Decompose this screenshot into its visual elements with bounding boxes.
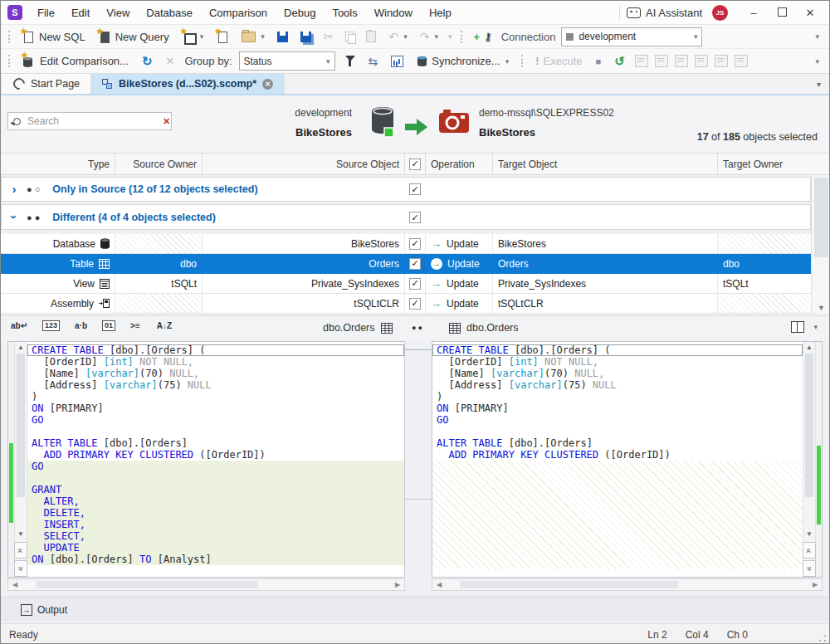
open-file-button[interactable]: ▾	[238, 30, 268, 44]
generate-script-icon[interactable]	[655, 55, 668, 67]
column-header-target-owner[interactable]: Target Owner	[718, 154, 811, 174]
toolbar-overflow-button[interactable]: ▾	[815, 57, 819, 66]
menu-window[interactable]: Window	[366, 7, 421, 19]
chevron-down-icon[interactable]: ▾	[448, 32, 452, 41]
horizontal-scrollbar[interactable]: ◀ ▶	[432, 578, 823, 591]
scrollbar-thumb[interactable]	[805, 354, 813, 497]
close-button[interactable]: ✕	[796, 7, 824, 19]
change-map[interactable]	[816, 342, 822, 577]
chevron-down-icon[interactable]: ▾	[200, 32, 204, 41]
line-numbers-icon[interactable]: 123	[42, 320, 60, 331]
scroll-right-icon[interactable]: ▶	[391, 581, 404, 588]
resize-grip[interactable]	[818, 634, 827, 642]
next-difference-button[interactable]: «	[803, 560, 816, 577]
maximize-button[interactable]	[768, 7, 796, 19]
search-box[interactable]: ✕	[7, 112, 172, 130]
column-header-type[interactable]: Type	[1, 154, 115, 174]
menu-comparison[interactable]: Comparison	[201, 7, 276, 19]
toolbar-grip[interactable]	[8, 31, 10, 43]
column-header-target-object[interactable]: Target Object	[493, 154, 718, 174]
scroll-up-icon[interactable]: ▲	[806, 342, 813, 354]
word-wrap-icon[interactable]: ab↵	[9, 321, 29, 330]
change-map[interactable]	[8, 342, 14, 577]
column-header-operation[interactable]: Operation	[426, 154, 493, 174]
filter-button[interactable]	[342, 54, 359, 68]
scroll-down-icon[interactable]: ▼	[812, 304, 830, 312]
group-checkbox[interactable]: ✓	[409, 183, 421, 195]
row-checkbox[interactable]: ✓	[409, 258, 421, 270]
menu-file[interactable]: File	[29, 7, 63, 19]
split-view-icon[interactable]	[791, 321, 804, 333]
connection-select[interactable]: development ▾	[561, 27, 702, 46]
menu-view[interactable]: View	[98, 7, 138, 19]
grid-vertical-scrollbar[interactable]: ▼	[811, 175, 830, 314]
grid-row-view[interactable]: ViewtSQLtPrivate_SysIndexes✓→UpdatePriva…	[1, 274, 811, 294]
source-sql-editor[interactable]: CREATE TABLE [dbo].[Orders] ( [OrderID] …	[27, 342, 404, 577]
column-header-source-owner[interactable]: Source Owner	[115, 154, 203, 174]
change-marker[interactable]	[9, 443, 13, 523]
row-checkbox[interactable]: ✓	[409, 298, 421, 310]
next-difference-button[interactable]: «	[14, 560, 27, 577]
new-sql-button[interactable]: ★ New SQL	[18, 29, 89, 45]
scroll-down-icon[interactable]: ▼	[806, 529, 813, 540]
search-input[interactable]	[26, 115, 158, 128]
group-checkbox[interactable]: ✓	[409, 212, 421, 223]
execute-button[interactable]: ! Execute	[532, 53, 585, 69]
add-table-icon[interactable]	[675, 55, 688, 67]
tab-close-icon[interactable]: ✕	[262, 79, 273, 90]
history-button[interactable]: ↺	[611, 52, 628, 71]
scroll-left-icon[interactable]: ◀	[432, 581, 446, 588]
paste-button[interactable]	[363, 29, 379, 44]
refresh-button[interactable]: ↻	[139, 52, 156, 71]
group-row-different[interactable]: › ●● Different (4 of 4 objects selected)…	[1, 204, 811, 230]
expand-chevron-icon[interactable]: ›	[2, 182, 27, 196]
tab-start-page[interactable]: Start Page	[2, 74, 91, 94]
group-by-select[interactable]: Status ▾	[239, 51, 335, 71]
whitespace-icon[interactable]: a·b	[73, 321, 89, 330]
sort-az-icon[interactable]: A↓Z	[155, 321, 173, 330]
cut-button[interactable]: ✂	[320, 29, 337, 44]
picture-icon[interactable]	[735, 55, 748, 67]
row-checkbox[interactable]: ✓	[409, 238, 421, 250]
window-layout-icon[interactable]	[695, 55, 708, 67]
new-query-button[interactable]: ★ New Query	[95, 29, 173, 45]
new-file-button[interactable]: ★	[212, 29, 232, 45]
change-marker[interactable]	[817, 446, 821, 524]
output-panel-tab[interactable]: → Output	[1, 597, 829, 622]
scrollbar-thumb[interactable]	[814, 178, 828, 257]
scrollbar-thumb[interactable]	[17, 354, 25, 497]
vertical-scrollbar[interactable]: ▲ ▼ « «	[14, 342, 27, 577]
scroll-down-icon[interactable]: ▼	[17, 529, 24, 540]
previous-difference-button[interactable]: «	[14, 542, 27, 559]
stop-execution-button[interactable]: ■	[592, 55, 604, 68]
save-button[interactable]	[274, 30, 291, 44]
toolbar-overflow-button[interactable]: ▾	[815, 32, 819, 41]
grid-row-database[interactable]: DatabaseBikeStores✓→UpdateBikeStores	[1, 234, 811, 254]
camera-icon[interactable]	[635, 55, 648, 67]
minimize-button[interactable]: –	[740, 7, 768, 19]
menu-tools[interactable]: Tools	[324, 7, 365, 19]
target-script-pane[interactable]: CREATE TABLE [dbo].[Orders] ( [OrderID] …	[432, 341, 823, 578]
row-checkbox-cell[interactable]: ✓	[405, 294, 426, 313]
report-button[interactable]	[388, 54, 407, 69]
previous-difference-button[interactable]: «	[803, 542, 816, 559]
clear-search-icon[interactable]: ✕	[163, 116, 170, 127]
new-window-button[interactable]: ★ ▾	[178, 29, 208, 45]
menu-database[interactable]: Database	[138, 7, 201, 19]
menu-debug[interactable]: Debug	[276, 7, 324, 19]
scrollbar-thumb[interactable]	[37, 581, 258, 588]
toolbar-grip[interactable]	[521, 55, 523, 67]
row-checkbox-cell[interactable]: ✓	[405, 274, 426, 293]
grid-row-assembly[interactable]: AssemblytSQLtCLR✓→UpdatetSQLtCLR	[1, 294, 811, 314]
menu-help[interactable]: Help	[421, 7, 460, 19]
new-connection-button[interactable]: +⚷	[471, 29, 496, 45]
scroll-up-icon[interactable]: ▲	[17, 342, 24, 354]
chevron-down-icon[interactable]: ▾	[813, 323, 818, 331]
tabs-overflow-button[interactable]: ▾	[808, 80, 829, 89]
column-header-source-object[interactable]: Source Object	[203, 154, 405, 174]
undo-button[interactable]: ↶▾	[385, 29, 410, 44]
copy-button[interactable]	[342, 30, 357, 43]
menu-edit[interactable]: Edit	[63, 7, 98, 19]
avatar[interactable]: JS	[712, 5, 728, 21]
scrollbar-thumb[interactable]	[460, 581, 677, 588]
